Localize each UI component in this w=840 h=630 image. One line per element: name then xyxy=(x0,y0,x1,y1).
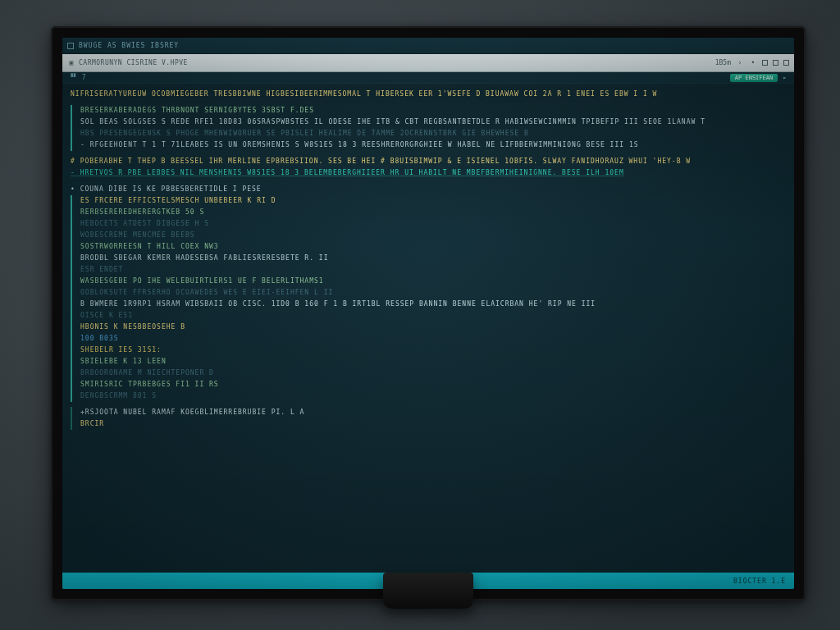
status-right: BIOCTER 1.E xyxy=(733,578,786,585)
output-line: SBIELEBE K 13 LEEN xyxy=(80,356,786,368)
window-control-min-icon[interactable] xyxy=(762,60,768,66)
header-line: NIFRISERATYUREUW OCOBMIEGEBER TRESBBIWNE… xyxy=(71,89,786,100)
output-line: SHEBELR IES 31S1: xyxy=(80,345,786,356)
output-line: WASBESGEBE PO IHE WELEBUIRTLERS1 UE F BE… xyxy=(80,276,786,287)
window-icon xyxy=(67,43,74,49)
monitor-stand xyxy=(383,573,473,609)
toolbar: ▣ CARMORUNYN CISRINE V.HPVE 1B5m › • xyxy=(62,54,794,72)
monitor-frame: BWUGE AS BWIES IBSREY ▣ CARMORUNYN CISRI… xyxy=(51,26,806,600)
output-line: HBONIS K NESBBEOSEHE B xyxy=(80,322,786,333)
prompt-number: 7 xyxy=(82,74,87,81)
output-line: +RSJOOTA NUBEL RAMAF KOEGBLIMERREBRUBIE … xyxy=(80,407,786,418)
prompt-symbol: ▝▘ xyxy=(69,74,79,81)
status-badge[interactable]: AP ENSIFEAN xyxy=(730,74,778,82)
screen: BWUGE AS BWIES IBSREY ▣ CARMORUNYN CISRI… xyxy=(62,38,794,589)
output-line: BRCIR xyxy=(80,418,786,430)
block-c-header: • COUNA DIBE IS KE PBBESBERETIDLE I PESE xyxy=(71,184,786,195)
output-line: SOL BEAS SOLGSES S REDE RFE1 18D83 06SRA… xyxy=(80,116,786,128)
output-line: BRBOORONAME M NIECHTEPONER D xyxy=(80,368,786,379)
output-line: SOSTRWORREESN T HILL COEX NW3 xyxy=(80,241,786,253)
output-line: HEBOCETS ATDE5T DIBGESE H S xyxy=(80,218,786,230)
folder-icon: ▣ xyxy=(67,59,75,67)
bullet-icon[interactable]: • xyxy=(749,59,757,67)
output-line: OISCE K ES1 xyxy=(80,310,786,322)
chevron-down-icon[interactable]: ▸ xyxy=(783,74,788,81)
output-line: BRODBL SBEGAR KEMER HADESEBSA FABLIESRER… xyxy=(80,253,786,264)
output-line: BRESERKABERADEGS THRBNONT SERNIGBYTES 3S… xyxy=(80,105,786,116)
terminal-output[interactable]: NIFRISERATYUREUW OCOBMIEGEBER TRESBBIWNE… xyxy=(62,84,794,573)
window-title: BWUGE AS BWIES IBSREY xyxy=(79,42,179,49)
output-line: HBS PRESENGEGENSK S PHOGE MHENWIWORUER S… xyxy=(80,128,786,139)
output-line: DENGBSCRMM 801 S xyxy=(80,390,786,402)
output-line: ES FRCERE EFFICSTELSMESCH UNBEBEER K RI … xyxy=(80,195,786,207)
block-b: # POBERABHE T THEP B BEESSEL IHR MERLINE… xyxy=(71,156,786,179)
output-line: OOBLOKSUTE FFRSERHO OCUAWEDES WES E EIEI… xyxy=(80,287,786,299)
output-line: - HRETVOS R PBE LEBBES NIL MENSHENIS W8S… xyxy=(71,167,786,179)
block-c: ES FRCERE EFFICSTELSMESCH UNBEBEER K RI … xyxy=(71,195,786,402)
window-title-bar[interactable]: BWUGE AS BWIES IBSREY xyxy=(62,38,794,54)
block-a: BRESERKABERADEGS THRBNONT SERNIGBYTES 3S… xyxy=(71,105,786,151)
toolbar-right-label: 1B5m xyxy=(715,59,731,66)
output-line: WOBESCREME MENCMEE BEEBS xyxy=(80,230,786,241)
address-text: CARMORUNYN CISRINE V.HPVE xyxy=(79,59,188,66)
output-line: - RFGEEHOENT T 1 T 71LEABES IS UN OREMSH… xyxy=(80,139,786,151)
output-line: ESR ENDET xyxy=(80,264,786,276)
output-line: SMIRISRIC TPRBEBGES FI1 II RS xyxy=(80,379,786,390)
output-line: 100 B03S xyxy=(80,333,786,345)
prompt-row: ▝▘ 7 AP ENSIFEAN ▸ xyxy=(62,72,794,84)
output-line: B BWMERE 1R9RP1 HSRAM WIBSBAII OB CISC. … xyxy=(80,299,786,310)
window-control-max-icon[interactable] xyxy=(773,60,778,66)
chevron-right-icon[interactable]: › xyxy=(736,59,744,67)
output-line: RERBSEREREDHERERGTKEB 50 S xyxy=(80,207,786,218)
footer-block: +RSJOOTA NUBEL RAMAF KOEGBLIMERREBRUBIE … xyxy=(71,407,786,430)
output-line: # POBERABHE T THEP B BEESSEL IHR MERLINE… xyxy=(71,156,786,167)
window-control-close-icon[interactable] xyxy=(783,60,789,66)
